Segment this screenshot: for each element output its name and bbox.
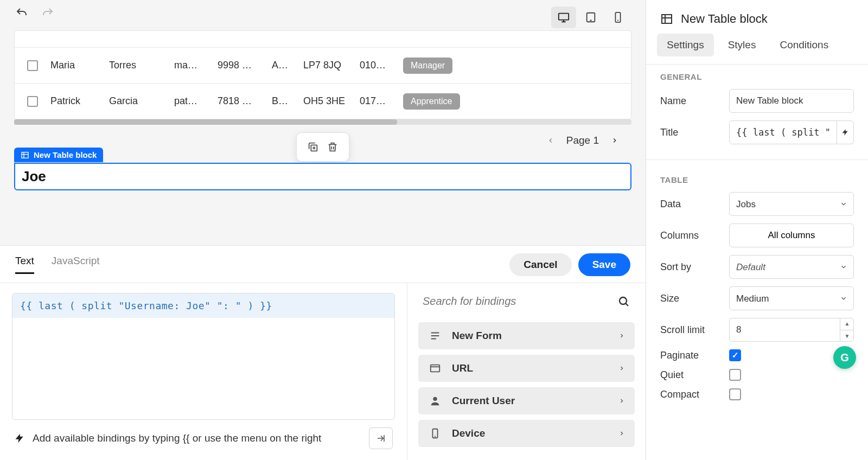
cell-c5: B… xyxy=(267,95,299,107)
block-title[interactable]: Joe xyxy=(14,163,631,190)
scroll-limit-field[interactable] xyxy=(729,318,854,342)
label-compact: Compact xyxy=(660,389,699,400)
columns-button[interactable]: All columns xyxy=(729,223,854,247)
chevron-right-icon xyxy=(618,398,625,404)
panel-title: New Table block xyxy=(681,12,768,26)
label-name: Name xyxy=(660,95,686,107)
horizontal-scrollbar[interactable] xyxy=(14,119,631,125)
binding-device[interactable]: Device xyxy=(418,420,635,447)
cell-lastname: Torres xyxy=(105,60,170,71)
svg-rect-9 xyxy=(662,15,672,23)
role-badge: Apprentice xyxy=(403,93,460,110)
label-sortby: Sort by xyxy=(660,261,691,273)
tab-javascript[interactable]: JavaScript xyxy=(52,255,100,274)
search-icon[interactable] xyxy=(617,295,630,308)
svg-rect-4 xyxy=(22,152,28,158)
table-row[interactable]: Patrick Garcia pat… 7818 … B… OH5 3HE 01… xyxy=(15,83,631,119)
label-paginate: Paginate xyxy=(660,350,699,361)
svg-rect-0 xyxy=(559,14,569,20)
label-columns: Columns xyxy=(660,230,699,241)
tab-text[interactable]: Text xyxy=(15,255,34,274)
grammarly-badge[interactable]: G xyxy=(833,346,856,369)
redo-icon[interactable] xyxy=(41,7,54,20)
next-page-icon[interactable] xyxy=(611,137,618,144)
device-desktop-button[interactable] xyxy=(551,7,576,28)
form-icon xyxy=(428,330,442,342)
role-badge: Manager xyxy=(403,58,452,74)
settings-panel: New Table block Settings Styles Conditio… xyxy=(646,0,868,460)
binding-current-user[interactable]: Current User xyxy=(418,387,635,414)
paginate-checkbox[interactable] xyxy=(729,349,741,361)
chevron-right-icon xyxy=(618,365,625,372)
device-mobile-button[interactable] xyxy=(605,7,630,28)
delete-icon[interactable] xyxy=(324,138,341,156)
device-tablet-button[interactable] xyxy=(578,7,603,28)
bindings-search-input[interactable] xyxy=(423,295,617,308)
cell-lastname: Garcia xyxy=(105,95,170,107)
cell-number: 9998 … xyxy=(213,60,267,71)
label-quiet: Quiet xyxy=(660,369,684,381)
svg-point-7 xyxy=(433,397,437,400)
section-general: GENERAL xyxy=(660,72,854,81)
cell-email: ma… xyxy=(170,60,213,71)
data-select[interactable]: Jobs xyxy=(729,192,854,216)
device-icon xyxy=(428,427,442,439)
table-row[interactable] xyxy=(15,31,631,47)
duplicate-icon[interactable] xyxy=(304,138,322,156)
cell-c7: 010… xyxy=(355,60,399,71)
cell-number: 7818 … xyxy=(213,95,267,107)
label-data: Data xyxy=(660,199,681,210)
tab-styles[interactable]: Styles xyxy=(718,34,766,56)
prev-page-icon[interactable] xyxy=(547,137,554,144)
selected-block[interactable]: New Table block Joe xyxy=(14,163,631,190)
binding-bolt-icon[interactable] xyxy=(837,120,854,144)
expand-editor-icon[interactable] xyxy=(369,427,393,449)
cell-firstname: Patrick xyxy=(46,95,105,107)
quiet-checkbox[interactable] xyxy=(729,369,741,381)
binding-url[interactable]: URL xyxy=(418,355,635,382)
cell-email: pat… xyxy=(170,95,213,107)
save-button[interactable]: Save xyxy=(578,253,630,276)
cell-c7: 017… xyxy=(355,95,399,107)
label-scroll-limit: Scroll limit xyxy=(660,324,705,336)
tab-settings[interactable]: Settings xyxy=(657,34,714,56)
sortby-select[interactable]: Default xyxy=(729,255,854,279)
table-row[interactable]: Maria Torres ma… 9998 … A… LP7 8JQ 010… … xyxy=(15,47,631,83)
undo-icon[interactable] xyxy=(15,7,28,20)
floating-toolbar xyxy=(296,132,349,162)
row-checkbox[interactable] xyxy=(27,60,38,71)
user-icon xyxy=(428,395,442,407)
cell-firstname: Maria xyxy=(46,60,105,71)
editor-hint: Add available bindings by typing {{ or u… xyxy=(33,432,321,444)
binding-new-form[interactable]: New Form xyxy=(418,322,635,349)
label-size: Size xyxy=(660,293,679,304)
tab-conditions[interactable]: Conditions xyxy=(770,34,838,56)
panel-header: New Table block xyxy=(646,0,868,34)
cell-postcode: LP7 8JQ xyxy=(299,60,355,71)
data-table: Maria Torres ma… 9998 … A… LP7 8JQ 010… … xyxy=(14,30,631,119)
code-editor[interactable]: {{ last ( split "Username: Joe" ": " ) }… xyxy=(12,293,395,420)
quantity-stepper[interactable]: ▲▼ xyxy=(840,318,854,342)
top-toolbar xyxy=(0,0,646,30)
svg-point-5 xyxy=(620,297,627,304)
label-title: Title xyxy=(660,127,678,138)
compact-checkbox[interactable] xyxy=(729,388,741,400)
cell-c5: A… xyxy=(267,60,299,71)
block-tag[interactable]: New Table block xyxy=(14,148,103,162)
chevron-right-icon xyxy=(618,430,625,437)
code-line: {{ last ( split "Username: Joe" ": " ) }… xyxy=(12,293,394,318)
section-table: TABLE xyxy=(660,175,854,184)
title-field[interactable] xyxy=(729,120,837,144)
cancel-button[interactable]: Cancel xyxy=(509,253,571,276)
window-icon xyxy=(428,362,442,374)
chevron-right-icon xyxy=(618,333,625,339)
row-checkbox[interactable] xyxy=(27,96,38,107)
name-field[interactable] xyxy=(729,89,854,113)
page-label: Page 1 xyxy=(566,135,599,146)
size-select[interactable]: Medium xyxy=(729,286,854,310)
cell-postcode: OH5 3HE xyxy=(299,95,355,107)
svg-rect-6 xyxy=(431,365,440,372)
